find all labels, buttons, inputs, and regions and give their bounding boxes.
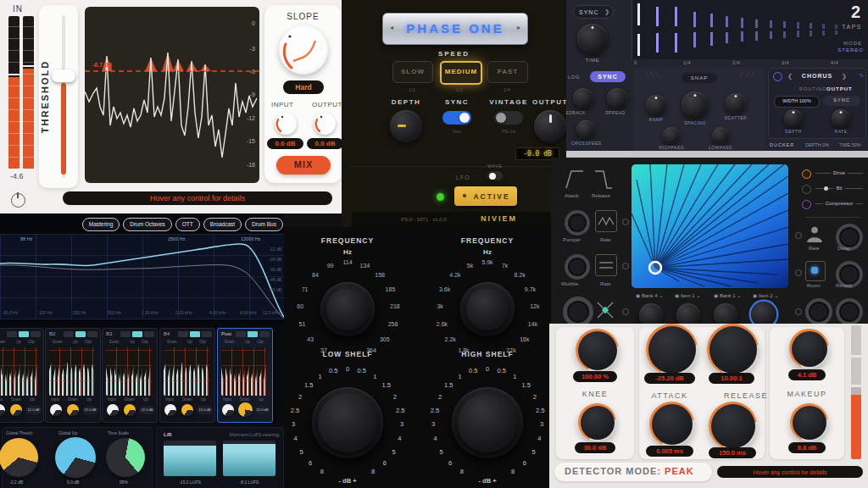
macro-knob-3[interactable] bbox=[714, 303, 737, 324]
detector-mode-pill[interactable]: DETECTOR MODE: PEAK bbox=[554, 463, 712, 481]
mod-dot[interactable] bbox=[795, 269, 802, 276]
slope-mode-button[interactable]: Hard bbox=[283, 80, 324, 94]
attack-knob[interactable] bbox=[649, 402, 694, 446]
up-button[interactable] bbox=[132, 331, 142, 337]
mix-button[interactable]: MIX bbox=[276, 156, 331, 175]
highpass-knob[interactable] bbox=[663, 127, 680, 144]
taps-display[interactable]: 2 TAPS MODE STEREO bbox=[632, 0, 868, 59]
active-button[interactable]: ACTIVE bbox=[454, 186, 517, 206]
chorus-power-icon[interactable] bbox=[773, 72, 782, 81]
feedback-knob[interactable] bbox=[573, 88, 593, 108]
knee-top-knob[interactable] bbox=[576, 329, 619, 372]
clip-button[interactable] bbox=[31, 331, 41, 337]
pad-cursor[interactable] bbox=[649, 262, 661, 274]
macro-knob-4-active[interactable] bbox=[751, 302, 776, 324]
crossfeed-knob[interactable] bbox=[576, 120, 595, 139]
input-pie-knob[interactable] bbox=[0, 404, 5, 416]
tab-mastering[interactable]: Mastering bbox=[82, 218, 120, 231]
macro-knob-1[interactable] bbox=[639, 303, 663, 324]
sync-toggle[interactable] bbox=[442, 111, 471, 125]
rate-steps-icon[interactable] bbox=[595, 254, 617, 276]
rate-person-icon[interactable] bbox=[805, 224, 824, 244]
output-knob[interactable] bbox=[314, 113, 336, 135]
low-shelf-knob[interactable] bbox=[312, 387, 383, 458]
down-button[interactable] bbox=[120, 331, 131, 337]
bit-slider[interactable]: Bit bbox=[815, 188, 863, 189]
down-pie-knob[interactable] bbox=[10, 404, 22, 416]
vintage-toggle[interactable] bbox=[494, 111, 523, 125]
down-button[interactable] bbox=[236, 331, 246, 337]
clip-button[interactable] bbox=[144, 331, 154, 337]
xy-pad[interactable] bbox=[632, 164, 788, 288]
knee-bottom-knob[interactable] bbox=[578, 403, 616, 441]
chevron-right-icon[interactable]: ❯ bbox=[842, 73, 847, 79]
input-pie-knob[interactable] bbox=[164, 404, 176, 416]
spectrum-display[interactable]: 88 Hz 2500 Hz 12000 Hz -12 dB -24 dB -36… bbox=[0, 234, 284, 319]
bank-selector[interactable]: ◉ Item 2 ⌄ bbox=[753, 293, 778, 298]
speed-slow-button[interactable]: SLOW bbox=[392, 61, 433, 83]
down-pie-knob[interactable] bbox=[181, 404, 193, 416]
clip-button[interactable] bbox=[259, 331, 270, 337]
mod-dot[interactable] bbox=[622, 219, 629, 225]
global-up-knob[interactable] bbox=[55, 437, 96, 478]
chevron-left-icon[interactable]: ❮ bbox=[787, 73, 793, 79]
spread-knob[interactable] bbox=[607, 88, 627, 108]
chorus-rate-knob[interactable] bbox=[832, 109, 850, 128]
mod-dot[interactable] bbox=[622, 308, 629, 315]
high-shelf-knob[interactable] bbox=[452, 387, 523, 458]
bit-source-icon[interactable] bbox=[802, 185, 811, 194]
clip-button[interactable] bbox=[87, 331, 97, 337]
input-pie-knob[interactable] bbox=[222, 404, 234, 416]
bit-slider-handle[interactable] bbox=[824, 186, 828, 191]
input-pie-knob[interactable] bbox=[107, 404, 119, 416]
chorus-sync-pill[interactable]: SYNC bbox=[823, 96, 860, 106]
wave-toggle[interactable] bbox=[487, 171, 503, 180]
makeup-top-knob[interactable] bbox=[789, 329, 829, 369]
crossover-icon[interactable] bbox=[595, 300, 615, 320]
up-button[interactable] bbox=[75, 331, 86, 337]
macro-knob-2[interactable] bbox=[676, 303, 700, 324]
extra-knob[interactable] bbox=[805, 298, 832, 324]
global-thresh-knob[interactable] bbox=[0, 438, 38, 477]
bank-selector[interactable]: ◉ Bank 4 ⌄ bbox=[636, 293, 663, 298]
down-button[interactable] bbox=[178, 331, 188, 337]
up-button[interactable] bbox=[190, 331, 200, 337]
speed-medium-button[interactable]: MEDIUM bbox=[440, 61, 482, 85]
threshold-slider-handle[interactable] bbox=[52, 69, 75, 82]
delay-sync-button[interactable]: SYNC ❯ bbox=[573, 5, 614, 19]
up-button[interactable] bbox=[248, 331, 258, 337]
clip-button[interactable] bbox=[202, 331, 212, 337]
release-envelope-icon[interactable] bbox=[593, 168, 614, 190]
down-button[interactable] bbox=[7, 331, 17, 337]
plate-arrow-right-icon[interactable]: ▸ bbox=[517, 25, 520, 31]
mode-value[interactable]: STEREO bbox=[837, 47, 864, 53]
tab-drum-octaves[interactable]: Drum Octaves bbox=[123, 218, 172, 231]
ramp-knob[interactable] bbox=[646, 95, 666, 115]
makeup-bottom-knob[interactable] bbox=[790, 403, 828, 441]
output-knob[interactable] bbox=[534, 110, 566, 142]
chorus-depth-knob[interactable] bbox=[784, 109, 803, 128]
compressor-slider[interactable]: Compressor bbox=[815, 203, 863, 204]
snap-pill[interactable]: SNAP bbox=[682, 73, 717, 83]
up-button[interactable] bbox=[19, 331, 29, 337]
pumper-knob[interactable] bbox=[565, 210, 590, 236]
mod-dot[interactable] bbox=[622, 263, 629, 269]
depth-knob[interactable] bbox=[390, 110, 422, 142]
drive-source-icon[interactable] bbox=[802, 169, 811, 179]
spacing-knob[interactable] bbox=[682, 92, 709, 119]
scatter-knob[interactable] bbox=[726, 93, 746, 114]
down-pie-knob[interactable] bbox=[238, 402, 253, 417]
room-icon[interactable] bbox=[805, 261, 826, 281]
ratio-knob[interactable] bbox=[707, 324, 759, 375]
log-sync-pill[interactable]: SYNC bbox=[590, 71, 626, 82]
drive-slider[interactable]: Drive bbox=[815, 173, 863, 174]
bank-selector[interactable]: ◉ Item 1 ⌄ bbox=[675, 293, 700, 298]
tab-drum-bus[interactable]: Drum Bus bbox=[245, 218, 283, 231]
rate-wave-icon[interactable] bbox=[595, 210, 617, 232]
bank-selector[interactable]: ◉ Bank 1 ⌄ bbox=[714, 293, 741, 298]
input-knob[interactable] bbox=[275, 113, 297, 135]
width-pill[interactable]: WIDTH 100% bbox=[774, 96, 820, 108]
time-scale-knob[interactable] bbox=[106, 438, 145, 477]
time-knob[interactable] bbox=[577, 24, 608, 54]
high-freq-knob[interactable] bbox=[460, 282, 515, 336]
